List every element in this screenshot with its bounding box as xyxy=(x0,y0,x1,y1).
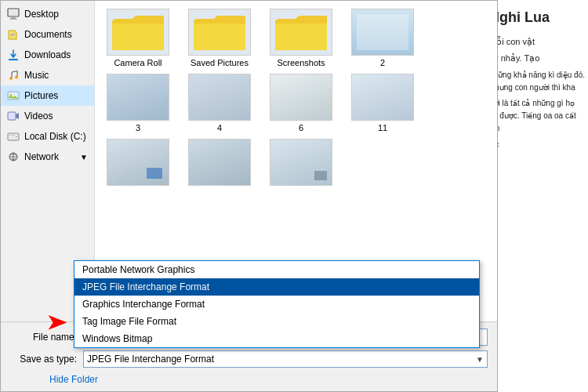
file-6-label: 6 xyxy=(299,123,303,132)
folder-screenshots[interactable]: Screenshots xyxy=(266,9,336,67)
savetype-select[interactable]: JPEG File Interchange Format ▼ xyxy=(83,350,488,368)
dropdown-option-gif[interactable]: Graphics Interchange Format xyxy=(74,296,479,313)
hide-folder-label[interactable]: Hide Folder xyxy=(49,374,98,385)
doc-line-1: mỗi con vật xyxy=(489,35,585,49)
doc-heading: Nghi Lua xyxy=(489,6,585,29)
file-row-1: Camera Roll Saved Pictures xyxy=(103,9,489,67)
file-4-label: 4 xyxy=(217,123,222,132)
file-4-thumb-inner xyxy=(189,74,250,120)
desktop-icon xyxy=(7,8,20,20)
file-row3-3-thumbnail xyxy=(270,139,332,186)
network-icon xyxy=(7,151,20,163)
downloads-icon xyxy=(7,49,20,61)
sidebar-item-pictures[interactable]: Pictures xyxy=(1,85,94,106)
folder-saved-pictures[interactable]: Saved Pictures xyxy=(184,9,255,67)
doc-line-5: những khả năng kì diệu đó. Nhưng con ngư… xyxy=(489,69,585,94)
doc-line-3: ay nhảy. Tạo xyxy=(489,52,585,66)
sidebar-item-music[interactable]: Music xyxy=(1,65,94,85)
file-3-thumb-inner xyxy=(107,74,169,120)
file-4-thumbnail xyxy=(188,74,251,121)
folder-camera-roll-thumbnail xyxy=(107,9,169,56)
file-row3-3[interactable] xyxy=(266,139,336,188)
dropdown-option-tiff[interactable]: Tag Image File Format xyxy=(74,313,479,330)
pictures-icon xyxy=(7,89,20,102)
folder-camera-roll[interactable]: Camera Roll xyxy=(103,9,173,67)
svg-point-6 xyxy=(9,77,13,80)
doc-line-7: đời là tất cả những gì họ có được. Tiếng… xyxy=(489,97,585,135)
dialog-bottom: File name: Save as type: JPEG File Inter… xyxy=(1,321,497,391)
folder-saved-pictures-label: Saved Pictures xyxy=(191,58,249,67)
sidebar-item-downloads[interactable]: Downloads xyxy=(1,45,94,65)
savetype-dropdown-menu: Portable Network Graphics JPEG File Inte… xyxy=(74,260,480,348)
file-11-thumbnail xyxy=(351,74,414,121)
sidebar-label-documents: Documents xyxy=(24,29,72,40)
svg-rect-1 xyxy=(11,16,16,19)
folder-icon-screenshots xyxy=(274,13,328,52)
file-row3-3-inner xyxy=(270,140,332,185)
file-6[interactable]: 6 xyxy=(266,74,336,132)
folder-icon-camera-roll xyxy=(111,13,165,52)
videos-icon xyxy=(7,110,20,122)
svg-rect-4 xyxy=(10,35,14,36)
svg-rect-3 xyxy=(10,34,16,34)
sidebar-label-pictures: Pictures xyxy=(24,90,58,101)
svg-rect-0 xyxy=(8,9,19,16)
folder-screenshots-thumbnail xyxy=(270,9,332,56)
documents-icon xyxy=(7,28,20,41)
folder-screenshots-label: Screenshots xyxy=(277,58,325,67)
sidebar-label-network: Network xyxy=(24,151,59,162)
red-arrow-indicator: ➤ xyxy=(46,310,67,335)
file-4[interactable]: 4 xyxy=(184,74,255,132)
sidebar-label-music: Music xyxy=(24,70,49,81)
sidebar-item-localdisk[interactable]: Local Disk (C:) xyxy=(1,126,94,147)
svg-rect-5 xyxy=(9,59,18,60)
file-11-label: 11 xyxy=(378,123,387,132)
file-row3-2-thumbnail xyxy=(188,139,251,186)
sidebar-item-desktop[interactable]: Desktop xyxy=(1,4,94,24)
file-2-label: 2 xyxy=(380,58,385,67)
savetype-dropdown-arrow: ▼ xyxy=(476,355,484,364)
hide-folder-row: ➤ Hide Folder xyxy=(10,374,488,385)
file-row-3 xyxy=(103,139,489,188)
doc-line-9: ắc xyxy=(489,138,585,152)
file-2[interactable]: 2 xyxy=(347,9,418,67)
file-row3-1-thumbnail xyxy=(107,139,169,186)
filename-label: File name: xyxy=(10,332,77,343)
folder-camera-roll-label: Camera Roll xyxy=(114,58,162,67)
svg-point-7 xyxy=(15,76,18,79)
background-document: Nghi Lua mỗi con vật ay nhảy. Tạo những … xyxy=(486,0,588,392)
file-row3-1-inner xyxy=(107,140,169,185)
dropdown-option-png[interactable]: Portable Network Graphics xyxy=(74,261,479,278)
savetype-value: JPEG File Interchange Format xyxy=(87,354,214,365)
file-row-2: 3 4 6 11 xyxy=(103,74,489,132)
file-3-label: 3 xyxy=(136,123,140,132)
sidebar-item-documents[interactable]: Documents xyxy=(1,24,94,45)
file-row3-1[interactable] xyxy=(103,139,173,188)
file-3[interactable]: 3 xyxy=(103,74,173,132)
sidebar-label-videos: Videos xyxy=(24,111,53,122)
sidebar-label-downloads: Downloads xyxy=(24,49,71,60)
svg-rect-10 xyxy=(8,112,16,120)
dropdown-option-jpeg[interactable]: JPEG File Interchange Format xyxy=(74,278,479,296)
sidebar-label-desktop: Desktop xyxy=(24,9,59,20)
savetype-row: Save as type: JPEG File Interchange Form… xyxy=(10,350,488,368)
save-as-dialog: Desktop Documents Downloads xyxy=(0,0,498,392)
file-2-thumb-inner xyxy=(352,9,413,55)
file-11-thumb-inner xyxy=(352,74,413,120)
folder-saved-pictures-thumbnail xyxy=(188,9,251,56)
file-row3-2-inner xyxy=(189,140,250,185)
svg-rect-2 xyxy=(9,19,17,20)
savetype-label: Save as type: xyxy=(10,354,77,365)
file-11[interactable]: 11 xyxy=(347,74,418,132)
file-6-thumbnail xyxy=(270,74,332,121)
file-2-thumbnail xyxy=(351,9,414,56)
dropdown-option-bmp[interactable]: Windows Bitmap xyxy=(74,330,479,347)
sidebar-item-network[interactable]: Network ▼ xyxy=(1,147,94,167)
network-expand-icon: ▼ xyxy=(80,153,88,162)
music-icon xyxy=(7,69,20,82)
file-row3-2[interactable] xyxy=(184,139,255,188)
svg-point-12 xyxy=(16,136,17,138)
file-3-thumbnail xyxy=(107,74,169,121)
sidebar-item-videos[interactable]: Videos xyxy=(1,106,94,126)
folder-icon-saved-pictures xyxy=(192,13,247,52)
